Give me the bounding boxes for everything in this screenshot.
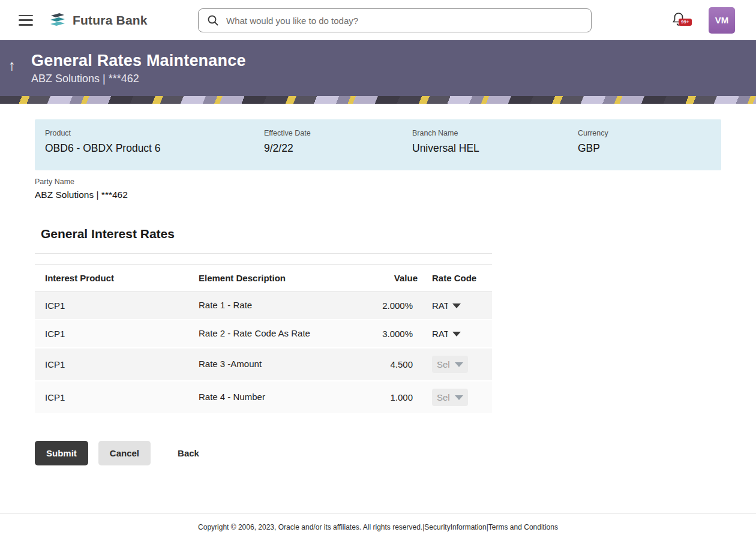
table-row: ICP1 Rate 2 - Rate Code As Rate 3.000% R… — [35, 320, 492, 348]
top-bar: Futura Bank 99+ VM — [0, 0, 756, 40]
chevron-down-icon — [455, 395, 463, 400]
summary-field-branch-name: Branch Name Universal HEL — [402, 129, 568, 155]
column-header-element-description: Element Description — [188, 266, 354, 290]
summary-field-currency: Currency GBP — [568, 129, 608, 155]
general-interest-rates-table: Interest Product Element Description Val… — [35, 264, 492, 414]
section-title: General Interest Rates — [35, 227, 492, 254]
field-value: GBP — [578, 142, 608, 155]
main-content: Product OBD6 - OBDX Product 6 Effective … — [0, 104, 756, 465]
interest-product-cell: ICP1 — [35, 352, 188, 377]
rate-code-selected-value: RAT — [432, 329, 448, 339]
rate-code-selected-value: Sel — [437, 392, 450, 402]
terms-and-conditions-link[interactable]: Terms and Conditions — [488, 523, 558, 531]
table-row: ICP1 Rate 3 -Amount 4.500 Sel — [35, 348, 492, 381]
element-description-cell: Rate 1 - Rate — [188, 292, 354, 318]
rate-code-dropdown[interactable]: RAT — [432, 300, 461, 311]
column-header-interest-product: Interest Product — [35, 266, 188, 290]
chevron-down-icon — [455, 362, 463, 367]
field-label: Branch Name — [412, 129, 568, 137]
rate-code-dropdown-disabled: Sel — [432, 356, 468, 373]
action-buttons: Submit Cancel Back — [35, 441, 721, 465]
party-name-block: Party Name ABZ Solutions | ***462 — [35, 178, 721, 200]
value-cell: 2.000% — [354, 293, 418, 318]
notification-count-badge: 99+ — [679, 19, 692, 26]
page-title: General Rates Maintenance — [31, 52, 756, 70]
user-avatar[interactable]: VM — [709, 7, 735, 34]
element-description-cell: Rate 3 -Amount — [188, 351, 354, 377]
rate-code-selected-value: RAT — [432, 300, 448, 311]
table-row: ICP1 Rate 4 - Number 1.000 Sel — [35, 381, 492, 414]
interest-product-cell: ICP1 — [35, 293, 188, 318]
field-value: Universal HEL — [412, 142, 568, 155]
page-header: ↑ General Rates Maintenance ABZ Solution… — [0, 40, 756, 96]
field-label: Currency — [578, 129, 608, 137]
party-name-label: Party Name — [35, 178, 721, 186]
rate-code-dropdown-disabled: Sel — [432, 389, 468, 406]
scroll-top-arrow-icon[interactable]: ↑ — [8, 58, 16, 73]
table-header-row: Interest Product Element Description Val… — [35, 264, 492, 292]
field-value: OBD6 - OBDX Product 6 — [45, 142, 254, 155]
value-cell: 1.000 — [354, 385, 418, 410]
table-body: ICP1 Rate 1 - Rate 2.000% RAT ICP1 Rate … — [35, 292, 492, 414]
search-icon — [207, 14, 219, 26]
global-search[interactable] — [198, 8, 592, 32]
value-cell: 4.500 — [354, 352, 418, 377]
chevron-down-icon — [452, 303, 461, 308]
futura-bank-logo-icon — [49, 12, 67, 29]
header-decorative-pattern — [0, 96, 756, 104]
footer: Copyright © 2006, 2023, Oracle and/or it… — [0, 513, 756, 541]
search-input[interactable] — [226, 16, 583, 26]
rate-code-selected-value: Sel — [437, 359, 450, 369]
table-row: ICP1 Rate 1 - Rate 2.000% RAT — [35, 292, 492, 320]
brand[interactable]: Futura Bank — [49, 12, 148, 29]
notifications-button[interactable]: 99+ — [671, 11, 686, 29]
field-label: Effective Date — [264, 129, 402, 137]
back-button[interactable]: Back — [172, 441, 205, 465]
element-description-cell: Rate 2 - Rate Code As Rate — [188, 320, 354, 347]
summary-panel: Product OBD6 - OBDX Product 6 Effective … — [35, 119, 721, 170]
element-description-cell: Rate 4 - Number — [188, 384, 354, 410]
summary-field-product: Product OBD6 - OBDX Product 6 — [35, 129, 254, 155]
page-subtitle: ABZ Solutions | ***462 — [31, 73, 756, 85]
cancel-button[interactable]: Cancel — [98, 441, 151, 465]
column-header-value: Value — [354, 266, 418, 290]
field-label: Product — [45, 129, 254, 137]
column-header-rate-code: Rate Code — [418, 266, 492, 290]
field-value: 9/2/22 — [264, 142, 402, 155]
copyright-text: Copyright © 2006, 2023, Oracle and/or it… — [198, 523, 424, 531]
chevron-down-icon — [452, 332, 461, 336]
security-information-link[interactable]: SecurityInformation — [424, 523, 486, 531]
interest-product-cell: ICP1 — [35, 385, 188, 410]
brand-name: Futura Bank — [73, 13, 148, 28]
hamburger-menu-icon[interactable] — [19, 15, 33, 26]
rate-code-dropdown[interactable]: RAT — [432, 329, 461, 339]
party-name-value: ABZ Solutions | ***462 — [35, 190, 721, 200]
interest-product-cell: ICP1 — [35, 321, 188, 346]
submit-button[interactable]: Submit — [35, 441, 88, 465]
summary-field-effective-date: Effective Date 9/2/22 — [254, 129, 402, 155]
value-cell: 3.000% — [354, 321, 418, 346]
